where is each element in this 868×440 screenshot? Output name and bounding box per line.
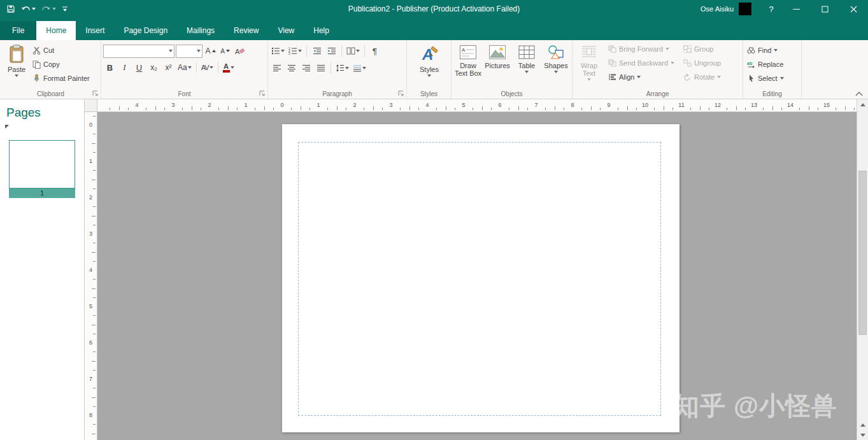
justify-button[interactable] bbox=[314, 61, 327, 75]
divider bbox=[218, 62, 218, 73]
bring-forward-icon bbox=[608, 45, 616, 53]
vertical-ruler v-ruler-ticks[interactable]: 012345678 bbox=[85, 112, 97, 440]
font-name-select[interactable] bbox=[103, 45, 174, 58]
italic-button[interactable]: I bbox=[118, 60, 131, 75]
scrollbar-thumb[interactable] bbox=[858, 171, 867, 335]
scroll-up-button[interactable] bbox=[857, 99, 868, 110]
clipboard-dialog-launcher[interactable] bbox=[92, 90, 99, 97]
bold-button[interactable]: B bbox=[103, 60, 117, 75]
copy-icon bbox=[32, 60, 41, 69]
pages-panel: Pages 1 bbox=[0, 99, 85, 440]
svg-text:ab: ab bbox=[747, 61, 752, 66]
paste-button[interactable]: Paste bbox=[3, 42, 31, 87]
tab-file[interactable]: File bbox=[0, 21, 36, 40]
publication-page[interactable] bbox=[282, 124, 679, 432]
horizontal-ruler[interactable]: 43210123456789101112131415 bbox=[85, 99, 857, 112]
table-button[interactable]: Table bbox=[512, 42, 541, 87]
character-spacing-button[interactable]: AV bbox=[200, 60, 215, 75]
h-ruler-ticks[interactable]: 43210123456789101112131415 bbox=[97, 99, 857, 111]
customize-qat-button[interactable] bbox=[62, 6, 68, 12]
styles-group: A Styles Styles bbox=[407, 40, 452, 99]
columns-button[interactable] bbox=[345, 44, 361, 58]
cut-button[interactable]: Cut bbox=[31, 43, 92, 57]
font-color-dropdown-icon bbox=[231, 66, 234, 69]
change-case-button[interactable]: Aa bbox=[176, 60, 193, 75]
page-thumbnail[interactable]: 1 bbox=[9, 140, 75, 198]
tab-home[interactable]: Home bbox=[36, 21, 76, 40]
line-spacing-button[interactable] bbox=[334, 61, 350, 75]
tab-page-design[interactable]: Page Design bbox=[114, 21, 177, 40]
font-color-button[interactable]: A bbox=[222, 60, 236, 75]
tab-help[interactable]: Help bbox=[304, 21, 339, 40]
bring-forward-dropdown-icon bbox=[665, 48, 669, 50]
page-thumbnail-preview[interactable] bbox=[9, 140, 75, 188]
format-painter-icon bbox=[32, 75, 41, 83]
align-right-button[interactable] bbox=[299, 61, 313, 75]
bullets-button[interactable] bbox=[270, 44, 286, 58]
increase-indent-button[interactable] bbox=[325, 44, 338, 58]
font-dialog-launcher[interactable] bbox=[259, 90, 266, 97]
tab-mailings[interactable]: Mailings bbox=[177, 21, 224, 40]
subscript-button[interactable]: x₂ bbox=[147, 60, 160, 75]
grow-font-icon bbox=[212, 50, 216, 52]
vertical-scrollbar[interactable] bbox=[857, 99, 868, 440]
shrink-font-button[interactable]: A bbox=[218, 44, 232, 58]
publication-canvas[interactable]: 知乎 @小怪兽 bbox=[97, 112, 857, 440]
superscript-button[interactable]: x² bbox=[162, 60, 175, 75]
rotate-icon bbox=[683, 73, 692, 81]
styles-button[interactable]: A Styles bbox=[411, 42, 447, 87]
paragraph-dialog-launcher[interactable] bbox=[398, 90, 404, 97]
publisher-window: Publication2 - Publisher (Product Activa… bbox=[0, 0, 868, 440]
tab-insert[interactable]: Insert bbox=[76, 21, 114, 40]
maximize-button[interactable] bbox=[811, 0, 839, 18]
group-button[interactable]: Group bbox=[681, 42, 723, 56]
scissors-icon bbox=[32, 46, 41, 55]
copy-button[interactable]: Copy bbox=[31, 57, 92, 71]
save-button[interactable] bbox=[6, 4, 15, 13]
numbering-button[interactable]: 123 bbox=[287, 44, 303, 58]
font-size-select[interactable] bbox=[176, 45, 203, 58]
ungroup-button[interactable]: Ungroup bbox=[681, 56, 723, 70]
user-name[interactable]: Ose Aisiku bbox=[701, 5, 734, 13]
scroll-down-button[interactable] bbox=[857, 430, 868, 440]
bullets-dropdown-icon bbox=[281, 50, 285, 52]
decrease-indent-button[interactable] bbox=[310, 44, 324, 58]
page-thumbnail-number[interactable]: 1 bbox=[9, 188, 75, 198]
close-button[interactable] bbox=[839, 0, 868, 18]
select-button[interactable]: Select bbox=[745, 71, 786, 85]
underline-button[interactable]: U bbox=[132, 60, 146, 75]
pictures-button[interactable]: Pictures bbox=[483, 42, 512, 87]
redo-button[interactable] bbox=[41, 5, 56, 13]
tab-view[interactable]: View bbox=[268, 21, 304, 40]
pages-panel-collapse-icon[interactable] bbox=[5, 125, 9, 129]
previous-page-button[interactable] bbox=[857, 420, 868, 430]
maximize-icon bbox=[822, 6, 829, 13]
show-formatting-button[interactable]: ¶ bbox=[368, 44, 381, 58]
tab-review[interactable]: Review bbox=[224, 21, 268, 40]
clear-formatting-button[interactable]: A bbox=[233, 44, 246, 58]
replace-button[interactable]: ab Replace bbox=[745, 57, 786, 71]
align-button[interactable]: Align bbox=[606, 70, 676, 84]
workspace: 43210123456789101112131415 012345678 知乎 … bbox=[85, 99, 857, 440]
find-button[interactable]: Find bbox=[745, 43, 786, 57]
paragraph-spacing-button[interactable] bbox=[352, 61, 367, 75]
minimize-button[interactable] bbox=[782, 0, 811, 18]
help-button[interactable]: ? bbox=[760, 4, 782, 14]
align-left-button[interactable] bbox=[270, 61, 283, 75]
format-painter-button[interactable]: Format Painter bbox=[31, 71, 92, 85]
columns-icon bbox=[346, 47, 355, 55]
grow-font-button[interactable]: A bbox=[204, 44, 217, 58]
align-center-button[interactable] bbox=[285, 61, 298, 75]
draw-text-box-button[interactable]: A Draw Text Box bbox=[453, 42, 483, 87]
wrap-text-button[interactable]: Wrap Text bbox=[574, 42, 604, 87]
bring-forward-button[interactable]: Bring Forward bbox=[606, 42, 676, 56]
avatar[interactable] bbox=[739, 3, 751, 15]
rotate-button[interactable]: Rotate bbox=[681, 70, 723, 84]
collapse-ribbon-button[interactable] bbox=[855, 92, 863, 96]
undo-button[interactable] bbox=[21, 5, 36, 13]
editing-group-label: Editing bbox=[743, 90, 801, 97]
shapes-button[interactable]: Shapes bbox=[541, 42, 571, 87]
select-dropdown-icon bbox=[780, 77, 784, 80]
increase-indent-icon bbox=[327, 47, 336, 55]
send-backward-button[interactable]: Send Backward bbox=[606, 56, 676, 70]
